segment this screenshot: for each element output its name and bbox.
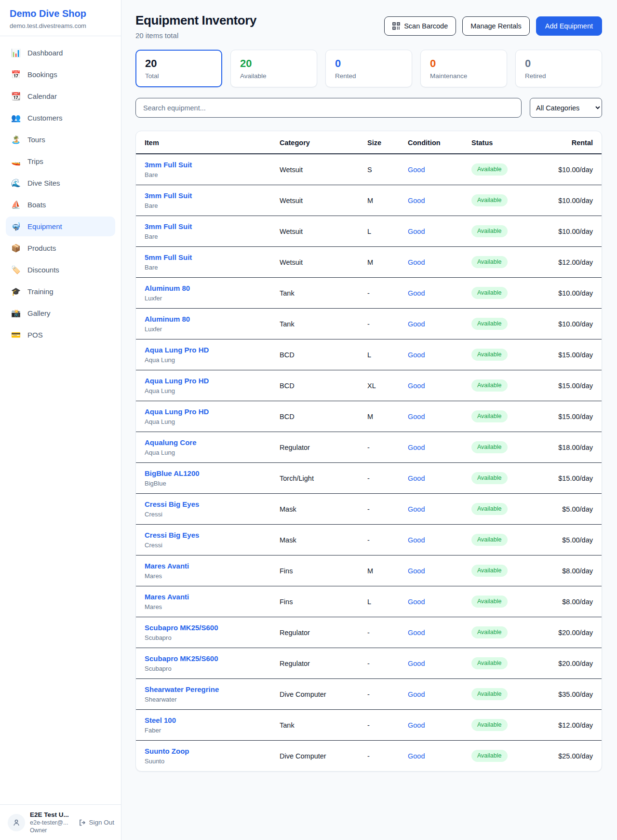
speedboat-icon: 🚤 [11, 156, 21, 166]
item-condition-link[interactable]: Good [408, 691, 425, 698]
stat-card-rented[interactable]: 0 Rented [325, 50, 412, 87]
sidebar-item-training[interactable]: 🎓 Training [6, 282, 115, 301]
table-row: Aluminum 80 Luxfer Tank - Good Available… [136, 278, 602, 309]
sidebar-item-pos[interactable]: 💳 POS [6, 325, 115, 345]
item-condition-link[interactable]: Good [408, 721, 425, 729]
item-category: Wetsuit [274, 247, 362, 278]
item-condition-link[interactable]: Good [408, 413, 425, 420]
table-row: Steel 100 Faber Tank - Good Available $1… [136, 710, 602, 741]
item-name-link[interactable]: BigBlue AL1200 [145, 469, 268, 477]
scan-barcode-button[interactable]: Scan Barcode [384, 16, 456, 36]
item-size: - [362, 710, 402, 741]
stat-card-total[interactable]: 20 Total [135, 50, 222, 87]
sidebar-item-dashboard[interactable]: 📊 Dashboard [6, 43, 115, 63]
item-size: S [362, 154, 402, 185]
sidebar-item-boats[interactable]: ⛵ Boats [6, 195, 115, 215]
status-badge: Available [471, 719, 508, 731]
item-size: M [362, 401, 402, 432]
item-brand: Suunto [145, 758, 164, 765]
item-brand: Aqua Lung [145, 356, 175, 364]
item-category: Wetsuit [274, 185, 362, 216]
user-meta: E2E Test U... e2e-tester@... Owner [30, 811, 74, 834]
sidebar-item-trips[interactable]: 🚤 Trips [6, 151, 115, 171]
item-name-link[interactable]: Cressi Big Eyes [145, 500, 268, 508]
sign-out-button[interactable]: Sign Out [79, 819, 114, 826]
item-condition-link[interactable]: Good [408, 536, 425, 544]
sidebar-item-gallery[interactable]: 📸 Gallery [6, 303, 115, 323]
item-condition-link[interactable]: Good [408, 320, 425, 328]
item-name-link[interactable]: 3mm Full Suit [145, 222, 268, 230]
item-condition-link[interactable]: Good [408, 474, 425, 482]
item-condition-link[interactable]: Good [408, 258, 425, 266]
sidebar-item-discounts[interactable]: 🏷️ Discounts [6, 260, 115, 280]
item-name-link[interactable]: Aqualung Core [145, 438, 268, 447]
column-header-category: Category [274, 131, 362, 154]
brand-name[interactable]: Demo Dive Shop [10, 8, 111, 19]
item-condition-link[interactable]: Good [408, 289, 425, 297]
sidebar-spacer [0, 349, 121, 802]
item-condition-link[interactable]: Good [408, 444, 425, 451]
item-condition-link[interactable]: Good [408, 567, 425, 575]
item-rental-rate: $5.00/day [537, 525, 602, 555]
item-brand: Cressi [145, 542, 162, 549]
item-name-link[interactable]: Mares Avanti [145, 562, 268, 570]
sidebar-item-dive-sites[interactable]: 🌊 Dive Sites [6, 173, 115, 193]
item-condition-link[interactable]: Good [408, 505, 425, 513]
item-name-link[interactable]: Cressi Big Eyes [145, 531, 268, 539]
status-badge: Available [471, 441, 508, 453]
item-condition-link[interactable]: Good [408, 228, 425, 235]
item-name-link[interactable]: Suunto Zoop [145, 747, 268, 755]
stat-card-available[interactable]: 20 Available [230, 50, 317, 87]
item-condition-link[interactable]: Good [408, 197, 425, 204]
stat-card-retired[interactable]: 0 Retired [515, 50, 602, 87]
item-name-link[interactable]: 5mm Full Suit [145, 253, 268, 261]
table-row: 3mm Full Suit Bare Wetsuit S Good Availa… [136, 154, 602, 185]
sidebar-item-customers[interactable]: 👥 Customers [6, 108, 115, 128]
item-rental-rate: $35.00/day [537, 679, 602, 710]
item-category: BCD [274, 370, 362, 401]
stat-card-maintenance[interactable]: 0 Maintenance [420, 50, 507, 87]
item-category: Wetsuit [274, 216, 362, 247]
item-name-link[interactable]: Aqua Lung Pro HD [145, 346, 268, 354]
item-name-link[interactable]: Scubapro MK25/S600 [145, 654, 268, 663]
item-name-link[interactable]: Aqua Lung Pro HD [145, 377, 268, 385]
item-condition-link[interactable]: Good [408, 629, 425, 637]
item-condition-link[interactable]: Good [408, 166, 425, 174]
sidebar-item-calendar[interactable]: 📆 Calendar [6, 86, 115, 106]
sidebar-item-bookings[interactable]: 📅 Bookings [6, 65, 115, 84]
item-condition-link[interactable]: Good [408, 598, 425, 606]
item-condition-link[interactable]: Good [408, 660, 425, 667]
equipment-table-card: Item Category Size Condition Status Rent… [135, 131, 602, 772]
barcode-scan-icon [392, 22, 400, 30]
item-condition-link[interactable]: Good [408, 351, 425, 359]
item-name-link[interactable]: 3mm Full Suit [145, 191, 268, 200]
item-name-link[interactable]: Mares Avanti [145, 593, 268, 601]
item-condition-link[interactable]: Good [408, 382, 425, 390]
item-size: M [362, 555, 402, 586]
item-rental-rate: $5.00/day [537, 494, 602, 525]
add-equipment-button[interactable]: Add Equipment [536, 16, 602, 36]
item-category: BCD [274, 401, 362, 432]
item-name-link[interactable]: Shearwater Peregrine [145, 685, 268, 693]
item-rental-rate: $12.00/day [537, 710, 602, 741]
status-badge: Available [471, 472, 508, 484]
sidebar-item-equipment[interactable]: 🤿 Equipment [6, 217, 115, 236]
item-rental-rate: $10.00/day [537, 185, 602, 216]
category-select[interactable]: All Categories [530, 98, 602, 118]
item-condition-link[interactable]: Good [408, 752, 425, 760]
item-name-link[interactable]: Aluminum 80 [145, 315, 268, 323]
sidebar-item-tours[interactable]: 🏝️ Tours [6, 130, 115, 149]
item-name-link[interactable]: Aluminum 80 [145, 284, 268, 292]
equipment-table: Item Category Size Condition Status Rent… [136, 131, 602, 771]
search-input[interactable] [135, 98, 522, 118]
status-badge: Available [471, 596, 508, 608]
item-size: L [362, 216, 402, 247]
table-row: Aluminum 80 Luxfer Tank - Good Available… [136, 309, 602, 339]
manage-rentals-button[interactable]: Manage Rentals [462, 16, 530, 36]
person-icon [12, 818, 21, 827]
item-name-link[interactable]: Aqua Lung Pro HD [145, 407, 268, 416]
item-name-link[interactable]: 3mm Full Suit [145, 161, 268, 169]
item-name-link[interactable]: Steel 100 [145, 716, 268, 724]
item-name-link[interactable]: Scubapro MK25/S600 [145, 623, 268, 632]
sidebar-item-products[interactable]: 📦 Products [6, 238, 115, 258]
